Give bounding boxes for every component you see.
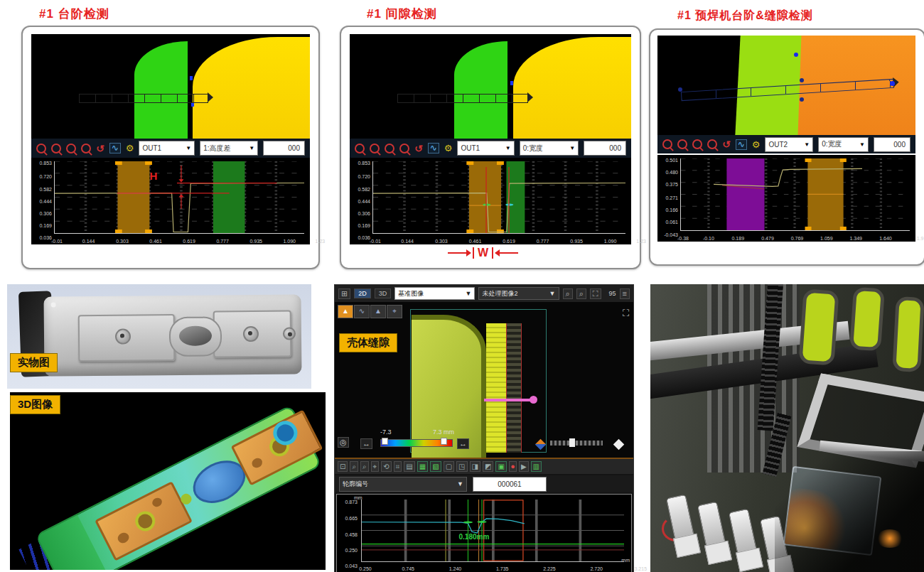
settings-gear-icon[interactable]: ⚙ xyxy=(444,144,453,153)
tab-3d[interactable]: 3D xyxy=(375,288,392,298)
histogram-icon[interactable]: ∿ xyxy=(354,305,370,318)
play-icon[interactable]: ▶ xyxy=(519,461,529,472)
value-field[interactable]: 000 xyxy=(584,141,626,156)
zoom-in-icon[interactable] xyxy=(355,144,365,153)
height-map-icon[interactable]: ▲ xyxy=(370,305,386,318)
range-left-icon[interactable]: ↔ xyxy=(360,438,372,449)
zoom-in-icon[interactable] xyxy=(662,139,672,149)
record-icon[interactable]: ⏺ xyxy=(509,461,517,472)
profile-icon[interactable]: ∿ xyxy=(428,143,439,153)
zoom-area-icon[interactable] xyxy=(399,144,409,153)
undo-icon[interactable]: ↺ xyxy=(96,144,104,153)
roi-rect-green[interactable] xyxy=(213,161,245,233)
palette-icon[interactable]: ▲ xyxy=(338,305,353,318)
scale-handle[interactable] xyxy=(382,438,388,445)
grid-icon[interactable]: ▤ xyxy=(404,461,414,472)
measure-roi-arrow[interactable] xyxy=(397,94,528,103)
zoom-area-icon[interactable] xyxy=(81,144,91,153)
gap-value-annotation: 0.180mm xyxy=(459,533,490,541)
zoom-out-icon[interactable]: ⌕ xyxy=(360,461,369,472)
fit-screen-icon[interactable]: ⛶ xyxy=(590,288,601,299)
rotate-icon[interactable]: ⟲ xyxy=(381,461,391,472)
undo-icon[interactable]: ↺ xyxy=(414,144,423,153)
marker-diamond-icon[interactable] xyxy=(613,439,625,450)
x-tick: 2.720 xyxy=(590,566,603,571)
roi-handle-dot[interactable] xyxy=(800,97,804,102)
scale-min: -7.3 xyxy=(380,428,392,436)
zoom-in-icon[interactable] xyxy=(36,144,46,153)
scale-handle[interactable] xyxy=(441,438,447,445)
split-icon[interactable]: ◨ xyxy=(470,461,480,472)
x-tick: 1.090 xyxy=(604,239,617,244)
roi-rect-orange[interactable] xyxy=(469,161,501,233)
output-select[interactable]: OUT1▼ xyxy=(457,141,514,156)
output-select[interactable]: OUT1▼ xyxy=(139,141,195,156)
pad-spot xyxy=(250,456,264,469)
roi-rect-orange[interactable] xyxy=(117,161,149,233)
zoom-in-icon[interactable]: ⌕ xyxy=(563,288,573,299)
zoom-out-icon[interactable] xyxy=(370,144,380,153)
select-icon[interactable]: ⊡ xyxy=(338,461,348,472)
edge-speck xyxy=(190,76,193,80)
zoom-in-icon[interactable]: ⌕ xyxy=(350,461,358,472)
target-icon[interactable]: ◎ xyxy=(338,437,349,448)
y-tick: 0.444 xyxy=(31,199,52,204)
chevron-down-icon: ▼ xyxy=(505,145,511,151)
image-select[interactable]: 基准图像▼ xyxy=(394,287,475,300)
mask-icon[interactable]: ◳ xyxy=(456,461,467,472)
gap-measure-arrow[interactable] xyxy=(484,399,531,401)
position-slider[interactable] xyxy=(550,441,603,446)
x-tick: 0.619 xyxy=(503,239,515,244)
y-tick: 0.375 xyxy=(657,182,678,187)
range-right-icon[interactable]: ↔ xyxy=(457,438,469,449)
report-icon[interactable]: ▥ xyxy=(531,461,542,472)
roi-handle-dot[interactable] xyxy=(800,78,804,82)
profile-icon[interactable]: ∿ xyxy=(736,139,747,150)
layer-icon[interactable]: ▦ xyxy=(417,461,428,472)
cursor-icon[interactable]: ⌖ xyxy=(387,305,402,318)
contour-row: 轮廓编号▼ 000061 xyxy=(335,475,633,492)
roi-handle-dot[interactable] xyxy=(678,87,682,92)
step-toolbar: ↺ ∿ ⚙ OUT1▼ 1:高度差▼ 000 xyxy=(31,139,310,158)
settings-gear-icon[interactable]: ⚙ xyxy=(126,144,134,153)
zoom-area-icon[interactable] xyxy=(707,139,717,149)
zoom-fit-icon[interactable] xyxy=(692,139,702,149)
color-scale-bar[interactable] xyxy=(380,439,453,447)
x-tick: 1.240 xyxy=(449,566,462,571)
pan-icon[interactable]: ⌖ xyxy=(371,461,380,472)
mode-select[interactable]: 0:宽度▼ xyxy=(818,137,869,152)
expand-icon[interactable]: ⛶ xyxy=(623,308,629,319)
contour-select[interactable]: 轮廓编号▼ xyxy=(339,477,467,492)
frame-icon[interactable]: ▢ xyxy=(444,461,454,472)
zoom-out-icon[interactable] xyxy=(677,139,687,149)
mode-select[interactable]: 0:宽度▼ xyxy=(520,141,579,156)
measure-icon[interactable]: ⌗ xyxy=(394,461,402,472)
contour-number-field[interactable]: 000061 xyxy=(473,477,547,492)
chevron-down-icon: ▼ xyxy=(859,141,865,148)
tab-2d[interactable]: 2D xyxy=(354,288,371,298)
undo-icon[interactable]: ↺ xyxy=(722,139,731,149)
grid-icon[interactable]: ⊞ xyxy=(338,288,350,299)
output-select[interactable]: OUT2▼ xyxy=(765,137,813,152)
zoom-fit-icon[interactable] xyxy=(385,144,394,153)
roi-rect-purple[interactable] xyxy=(726,158,764,230)
x-tick: 0.461 xyxy=(469,239,482,244)
user-icon[interactable]: ≡ xyxy=(620,288,630,299)
measure-roi-arrow[interactable] xyxy=(79,94,208,103)
zoom-out-icon[interactable] xyxy=(51,144,61,153)
settings-gear-icon[interactable]: ⚙ xyxy=(752,140,761,149)
preweld-height-image xyxy=(657,36,915,135)
x-tick: 0.619 xyxy=(183,239,195,244)
value-field[interactable]: 000 xyxy=(263,141,305,156)
zoom-fit-icon[interactable] xyxy=(66,144,76,153)
export-icon[interactable]: ▣ xyxy=(495,461,506,472)
compare-icon[interactable]: ◩ xyxy=(483,461,493,472)
zoom-out-icon[interactable]: ⌕ xyxy=(576,288,586,299)
profile-icon[interactable]: ∿ xyxy=(109,143,121,153)
mode-select[interactable]: 1:高度差▼ xyxy=(200,141,258,156)
contour-select-value: 轮廓编号 xyxy=(343,480,368,489)
value-field[interactable]: 000 xyxy=(874,137,910,152)
process-image-select[interactable]: 未处理图像2▼ xyxy=(478,287,559,300)
slider-handle[interactable] xyxy=(569,438,575,447)
overlay-icon[interactable]: ▧ xyxy=(430,461,441,472)
